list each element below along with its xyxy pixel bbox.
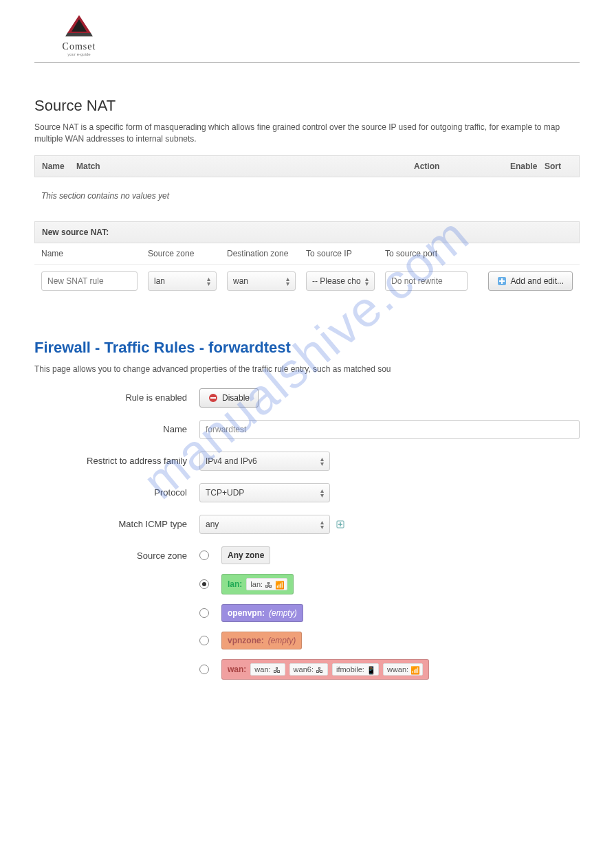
label-address-family: Restrict to address family xyxy=(34,452,199,466)
new-snat-labels: Name Source zone Destination zone To sou… xyxy=(34,243,580,265)
zone-openvpn-empty: (empty) xyxy=(269,608,297,618)
label-rule-enabled: Rule is enabled xyxy=(34,388,199,403)
disable-icon xyxy=(208,393,218,403)
brand-tagline: your e-guide xyxy=(67,52,90,56)
brand-name: Comset xyxy=(63,41,96,52)
address-family-value: IPv4 and IPv6 xyxy=(206,456,257,466)
rule-title: Firewall - Traffic Rules - forwardtest xyxy=(34,339,580,357)
label-to-source-ip: To source IP xyxy=(306,249,375,258)
dropdown-arrows-icon: ▴▾ xyxy=(320,520,324,529)
zone-openvpn-label: openvpn: xyxy=(228,608,265,618)
dropdown-arrows-icon: ▴▾ xyxy=(365,276,369,286)
ethernet-icon: 🖧 xyxy=(316,666,324,673)
zone-vpnzone-empty: (empty) xyxy=(268,636,296,645)
col-sort: Sort xyxy=(545,162,572,171)
disable-button-label: Disable xyxy=(222,393,250,403)
zone-vpnzone-badge: vpnzone: (empty) xyxy=(221,632,302,649)
iface-wan6: wan6: 🖧 xyxy=(289,663,328,676)
zone-vpnzone-label: vpnzone: xyxy=(228,636,264,645)
icmp-type-value: any xyxy=(206,520,219,529)
protocol-select[interactable]: TCP+UDP ▴▾ xyxy=(199,483,330,502)
zone-option-openvpn[interactable]: openvpn: (empty) xyxy=(199,604,580,622)
zone-option-any[interactable]: Any zone xyxy=(199,546,580,564)
label-src-zone: Source zone xyxy=(148,249,217,258)
snat-empty-message: This section contains no values yet xyxy=(34,177,580,221)
wifi-icon: 📶 xyxy=(410,666,419,673)
label-source-zone: Source zone xyxy=(34,546,199,561)
dropdown-arrows-icon: ▴▾ xyxy=(320,488,324,498)
col-match: Match xyxy=(76,162,414,171)
zone-any-label: Any zone xyxy=(221,546,270,564)
mobile-icon: 📱 xyxy=(366,666,375,673)
label-name: Name xyxy=(41,249,138,258)
snat-table-header: Name Match Action Enable Sort xyxy=(34,155,580,177)
label-rule-name: Name xyxy=(34,420,199,434)
add-button-label: Add and edit... xyxy=(511,276,564,286)
col-action: Action xyxy=(414,162,510,171)
logo-icon xyxy=(62,14,96,38)
page-header: Comset your e-guide xyxy=(34,14,580,63)
new-snat-header: New source NAT: xyxy=(34,221,580,243)
snat-dst-zone-select[interactable]: wan ▴▾ xyxy=(227,271,296,291)
radio-openvpn[interactable] xyxy=(199,608,209,618)
zone-lan-badge: lan: lan: 🖧 📶 xyxy=(221,574,294,594)
svg-rect-5 xyxy=(210,397,216,399)
iface-wwan: wwan: 📶 xyxy=(383,663,423,676)
zone-option-lan[interactable]: lan: lan: 🖧 📶 xyxy=(199,574,580,594)
snat-name-input[interactable] xyxy=(41,271,138,291)
snat-description: Source NAT is a specific form of masquer… xyxy=(34,122,580,145)
rule-description: This page allows you to change advanced … xyxy=(34,364,580,375)
dropdown-arrows-icon: ▴▾ xyxy=(286,276,289,286)
rule-name-input[interactable] xyxy=(199,420,580,439)
snat-dst-zone-value: wan xyxy=(233,276,248,286)
col-name: Name xyxy=(42,162,76,171)
brand-logo: Comset your e-guide xyxy=(48,14,110,56)
wifi-icon: 📶 xyxy=(275,581,283,588)
zone-lan-label: lan: xyxy=(228,579,242,589)
snat-src-zone-select[interactable]: lan ▴▾ xyxy=(148,271,217,291)
snat-port-input[interactable] xyxy=(385,271,468,291)
label-to-source-port: To source port xyxy=(385,249,468,258)
disable-button[interactable]: Disable xyxy=(199,388,259,408)
snat-source-ip-value: -- Please cho xyxy=(312,276,361,286)
address-family-select[interactable]: IPv4 and IPv6 ▴▾ xyxy=(199,452,330,471)
ethernet-icon: 🖧 xyxy=(265,581,273,588)
svg-marker-2 xyxy=(65,33,93,36)
zone-option-wan[interactable]: wan: wan: 🖧 wan6: 🖧 ifmobile: 📱 wwan: 📶 xyxy=(199,659,580,680)
zone-openvpn-badge: openvpn: (empty) xyxy=(221,604,303,622)
label-icmp-type: Match ICMP type xyxy=(34,515,199,529)
zone-wan-badge: wan: wan: 🖧 wan6: 🖧 ifmobile: 📱 wwan: 📶 xyxy=(221,659,429,680)
snat-src-zone-value: lan xyxy=(154,276,165,286)
radio-any[interactable] xyxy=(199,550,209,560)
zone-option-vpnzone[interactable]: vpnzone: (empty) xyxy=(199,632,580,649)
add-item-icon[interactable] xyxy=(336,520,345,529)
new-snat-form: lan ▴▾ wan ▴▾ -- Please cho ▴▾ Add and e… xyxy=(34,265,580,298)
radio-wan[interactable] xyxy=(199,665,209,674)
iface-ifmobile: ifmobile: 📱 xyxy=(332,663,379,676)
zone-wan-label: wan: xyxy=(228,665,246,674)
dropdown-arrows-icon: ▴▾ xyxy=(207,276,210,286)
snat-title: Source NAT xyxy=(34,97,580,115)
add-and-edit-button[interactable]: Add and edit... xyxy=(488,271,573,291)
col-enable: Enable xyxy=(510,162,545,171)
snat-source-ip-select[interactable]: -- Please cho ▴▾ xyxy=(306,271,375,291)
label-protocol: Protocol xyxy=(34,483,199,498)
iface-lan: lan: 🖧 📶 xyxy=(246,578,287,590)
radio-vpnzone[interactable] xyxy=(199,636,209,645)
protocol-value: TCP+UDP xyxy=(206,488,244,498)
add-icon xyxy=(497,276,507,286)
iface-wan: wan: 🖧 xyxy=(250,663,285,676)
label-dst-zone: Destination zone xyxy=(227,249,296,258)
icmp-type-select[interactable]: any ▴▾ xyxy=(199,515,330,534)
dropdown-arrows-icon: ▴▾ xyxy=(320,456,324,466)
ethernet-icon: 🖧 xyxy=(273,666,281,673)
radio-lan[interactable] xyxy=(199,579,209,589)
source-zone-list: Any zone lan: lan: 🖧 📶 xyxy=(199,546,580,680)
